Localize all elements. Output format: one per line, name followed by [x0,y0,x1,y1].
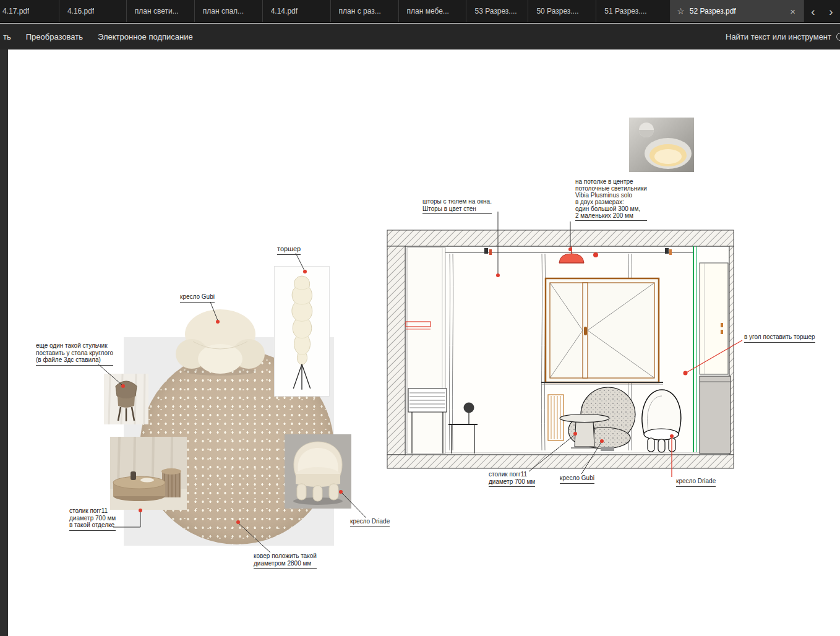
extra-chair-note: еще один такой стульчик поставить у стол… [36,342,113,366]
tab-51-razrez[interactable]: 51 Разрез.... [596,0,671,22]
tab-4-16-pdf[interactable]: 4.16.pdf [59,0,127,22]
gubi-armchair-image [174,302,266,384]
find-text-label: Найти текст или инструмент [726,32,831,41]
tab-plan-mebe[interactable]: план мебе... [399,0,467,22]
curtains-note: шторы с тюлем на окна. Шторы в цвет стен [422,198,492,214]
section-drawing [387,229,734,470]
coffee-table-image [110,437,187,510]
prev-tab-button[interactable]: ‹ [804,0,822,22]
tab-plan-s-raz[interactable]: план с раз... [331,0,399,22]
tab-4-14-pdf[interactable]: 4.14.pdf [263,0,331,22]
edit-menu-partial[interactable]: ть [3,32,11,41]
toolbar-left-group: ть Преобразовать Электронное подписание [3,32,193,41]
toolbar: ть Преобразовать Электронное подписание … [0,24,840,49]
tab-plan-spal[interactable]: план спал... [195,0,263,22]
floor-lamp-label: торшер [277,246,301,255]
star-icon[interactable]: ☆ [677,6,685,16]
ceiling-light-note: на потолке в центре потолочные светильни… [575,178,647,221]
close-icon[interactable]: × [790,6,795,17]
tab-scroll-nav: ‹ › [804,0,840,22]
tab-53-razrez[interactable]: 53 Разрез.... [466,0,528,22]
section-coffee-table-note: столик погг11 диаметр 700 мм [489,471,535,487]
tab-4-17-pdf[interactable]: 4.17.pdf [0,0,59,22]
section-gubi-chair-label: кресло Gubi [560,475,594,484]
find-text-tool[interactable]: Найти текст или инструмент [726,32,840,41]
tab-52-razrez-pdf-active[interactable]: ☆ 52 Разрез.pdf × [671,0,804,22]
left-sidebar-strip[interactable] [0,49,8,636]
tab-50-razrez[interactable]: 50 Разрез.... [528,0,596,22]
corner-floor-lamp-note: в угол поставить торшер [744,333,815,343]
next-tab-button[interactable]: › [822,0,840,22]
floor-lamp-image [274,266,330,397]
pdf-viewer-window: 4.17.pdf 4.16.pdf план свети... план спа… [0,0,840,636]
pdf-page: торшер кресло Gubi еще один такой стульч… [0,49,840,636]
ceiling-light-image [629,118,694,172]
search-icon [836,33,840,41]
driade-chair-label: кресло Driade [350,518,390,527]
tab-bar: 4.17.pdf 4.16.pdf план свети... план спа… [0,0,840,23]
gubi-chair-label: кресло Gubi [180,293,215,303]
coffee-table-note: столик погг11 диаметр 700 мм в такой отд… [69,507,116,531]
section-driade-chair-label: кресло Driade [676,478,716,487]
esign-menu-item[interactable]: Электронное подписание [98,32,193,41]
convert-menu-item[interactable]: Преобразовать [26,32,83,41]
driade-chair-image [285,434,351,509]
rug-note: ковер положить такой диаметром 2800 мм [254,552,317,569]
tab-plan-sveti[interactable]: план свети... [127,0,195,22]
extra-chair-image [104,374,148,424]
